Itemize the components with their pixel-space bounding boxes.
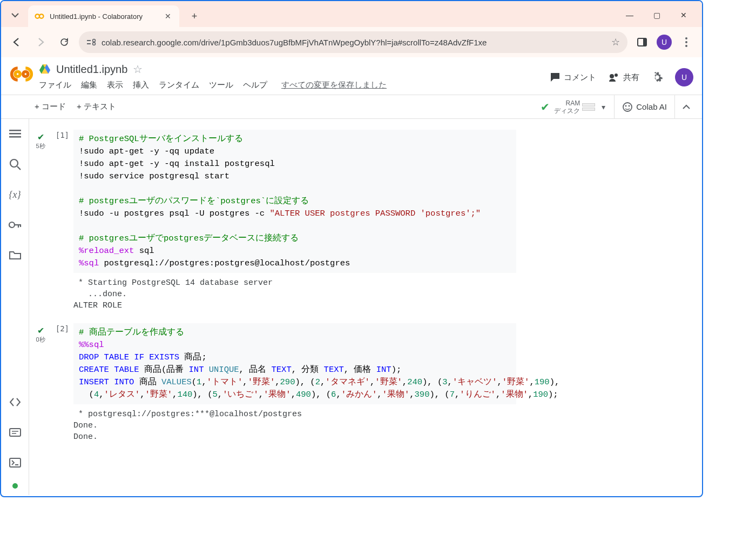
svg-point-12 (23, 71, 28, 76)
comment-icon (550, 72, 561, 83)
svg-rect-20 (9, 136, 21, 138)
colab-logo-icon[interactable] (10, 66, 31, 88)
ai-face-icon (622, 102, 633, 112)
back-button[interactable] (8, 33, 26, 51)
svg-point-11 (15, 71, 20, 76)
header-right: コメント 共有 U (550, 63, 693, 86)
browser-menu-button[interactable] (677, 33, 696, 51)
drive-icon (39, 64, 51, 75)
code-snippets-button[interactable] (5, 392, 25, 412)
tab-bar: Untitled1.ipynb - Colaboratory ✕ + — ▢ ✕ (1, 1, 702, 27)
chevron-up-icon (683, 103, 690, 111)
svg-point-16 (625, 105, 627, 106)
code-cell[interactable]: ✔5秒[1]# PostgreSQLサーバをインストールする!sudo apt-… (31, 130, 697, 313)
save-status[interactable]: すべての変更を保存しました (281, 80, 387, 90)
menu-edit[interactable]: 編集 (81, 80, 97, 90)
svg-rect-19 (9, 133, 21, 135)
reload-button[interactable] (55, 33, 73, 51)
resource-indicator[interactable]: ✔ RAMディスク ▾ (541, 95, 615, 118)
svg-rect-30 (10, 458, 21, 467)
code-cell[interactable]: ✔0秒[2]# 商品テーブルを作成する%%sqlDROP TABLE IF EX… (31, 323, 697, 445)
chevron-down-icon (11, 11, 19, 19)
left-rail: {x} (1, 119, 29, 495)
svg-point-9 (685, 41, 687, 43)
maximize-button[interactable]: ▢ (649, 11, 664, 19)
menu-runtime[interactable]: ランタイム (159, 80, 199, 90)
menu-insert[interactable]: 挿入 (133, 80, 149, 90)
document-title[interactable]: Untitled1.ipynb (56, 63, 127, 76)
secrets-button[interactable] (5, 215, 25, 235)
address-bar: colab.research.google.com/drive/1pGmb3du… (1, 27, 702, 57)
colab-toolbar: + コード + テキスト ✔ RAMディスク ▾ Colab AI (1, 95, 702, 119)
toc-button[interactable] (5, 124, 25, 144)
svg-point-14 (615, 74, 618, 77)
menu-view[interactable]: 表示 (107, 80, 123, 90)
url-field[interactable]: colab.research.google.com/drive/1pGmb3du… (79, 31, 627, 53)
resource-labels: RAMディスク (554, 99, 580, 115)
bookmark-star-icon[interactable]: ☆ (611, 36, 620, 48)
tab-search-button[interactable] (5, 5, 25, 25)
svg-line-22 (17, 166, 21, 170)
cell-gutter: ✔0秒 (31, 323, 50, 445)
svg-point-15 (623, 103, 632, 111)
forward-button[interactable] (31, 33, 50, 51)
side-panel-button[interactable] (633, 33, 651, 51)
svg-point-13 (610, 74, 614, 78)
colab-menubar: ファイル 編集 表示 挿入 ランタイム ツール ヘルプ すべての変更を保存しまし… (39, 80, 542, 95)
star-button[interactable]: ☆ (133, 63, 143, 76)
svg-point-8 (685, 37, 687, 39)
variables-button[interactable]: {x} (5, 185, 25, 204)
comment-label: コメント (564, 72, 596, 83)
svg-point-17 (629, 105, 630, 106)
insert-code-button[interactable]: + コード (29, 98, 71, 115)
svg-rect-18 (9, 130, 21, 131)
tab-title: Untitled1.ipynb - Colaboratory (50, 12, 158, 21)
files-button[interactable] (5, 245, 25, 265)
main-area: {x} ✔5秒[1]# PostgreSQLサーバをインストールする!sudo … (1, 119, 702, 495)
colab-header: Untitled1.ipynb ☆ ファイル 編集 表示 挿入 ランタイム ツー… (1, 57, 702, 95)
connected-check-icon: ✔ (541, 101, 550, 114)
profile-avatar[interactable]: U (657, 35, 672, 50)
close-window-button[interactable]: ✕ (676, 11, 691, 19)
svg-rect-7 (643, 38, 646, 46)
minimize-button[interactable]: — (622, 11, 637, 19)
cell-output: * Starting PostgreSQL 14 database server… (50, 273, 697, 313)
browser-tab[interactable]: Untitled1.ipynb - Colaboratory ✕ (28, 5, 179, 27)
menu-file[interactable]: ファイル (39, 80, 71, 90)
cell-gutter: ✔5秒 (31, 130, 50, 313)
cell-body: [2]# 商品テーブルを作成する%%sqlDROP TABLE IF EXIST… (50, 323, 697, 445)
comment-button[interactable]: コメント (550, 72, 596, 83)
share-button[interactable]: 共有 (608, 72, 639, 83)
resource-bars-icon (582, 102, 595, 112)
browser-chrome: Untitled1.ipynb - Colaboratory ✕ + — ▢ ✕… (1, 1, 702, 57)
menu-help[interactable]: ヘルプ (243, 80, 267, 90)
account-avatar[interactable]: U (675, 68, 693, 86)
code-editor[interactable]: # PostgreSQLサーバをインストールする!sudo apt-get -y… (73, 130, 516, 273)
notebook-area[interactable]: ✔5秒[1]# PostgreSQLサーバをインストールする!sudo apt-… (29, 119, 702, 495)
svg-point-10 (685, 45, 687, 47)
command-palette-button[interactable] (5, 423, 25, 442)
site-info-icon[interactable] (86, 38, 96, 46)
svg-point-1 (39, 14, 44, 18)
colab-ai-label: Colab AI (636, 102, 667, 111)
close-tab-button[interactable]: ✕ (163, 11, 173, 21)
settings-button[interactable] (651, 71, 663, 83)
new-tab-button[interactable]: + (186, 8, 203, 25)
colab-favicon-icon (35, 11, 44, 21)
menu-tools[interactable]: ツール (209, 80, 233, 90)
search-button[interactable] (5, 155, 25, 174)
svg-point-4 (93, 39, 96, 42)
svg-point-5 (93, 43, 96, 45)
resource-dropdown[interactable]: ▾ (597, 103, 610, 111)
window-controls: — ▢ ✕ (622, 11, 702, 27)
colab-ai-button[interactable]: Colab AI (615, 95, 675, 118)
code-editor[interactable]: # 商品テーブルを作成する%%sqlDROP TABLE IF EXISTS 商… (73, 323, 516, 404)
svg-rect-27 (10, 429, 21, 436)
collapse-button[interactable] (675, 103, 698, 111)
exec-count: [2] (50, 323, 73, 404)
svg-rect-3 (87, 43, 91, 44)
terminal-button[interactable] (5, 453, 25, 472)
insert-text-button[interactable]: + テキスト (71, 98, 122, 115)
executed-check-icon: ✔ (31, 132, 50, 142)
kernel-status-icon (12, 483, 18, 489)
